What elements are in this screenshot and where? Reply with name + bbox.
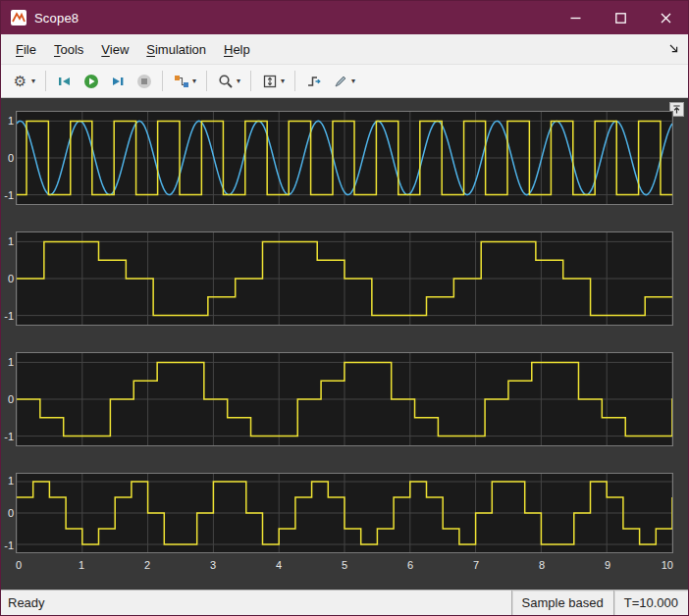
plot-svg-3 <box>17 353 672 445</box>
dropdown-caret-icon: ▾ <box>281 77 285 85</box>
y-tick-label: -1 <box>4 190 14 201</box>
close-button[interactable] <box>643 1 688 34</box>
y-tick-label: 0 <box>8 153 14 164</box>
y-tick-label: -1 <box>4 539 14 550</box>
menu-item-file[interactable]: File <box>7 37 45 62</box>
y-tick-label: 1 <box>8 356 14 367</box>
stepback-icon <box>56 73 73 89</box>
measure-icon <box>332 73 348 89</box>
fit-view-button[interactable]: ▾ <box>257 69 289 94</box>
sample-mode-cell: Sample based <box>511 590 613 615</box>
toolbar-separator <box>45 71 46 91</box>
window-title: Scope8 <box>34 11 79 26</box>
toolbar-separator <box>294 71 295 91</box>
scope-window: Scope8 FileToolsViewSimulationHelp ⚙▾▾▾▾… <box>0 0 689 616</box>
toolbar-separator <box>162 71 163 91</box>
dropdown-caret-icon: ▾ <box>31 77 35 85</box>
gear-icon: ⚙ <box>12 73 28 89</box>
y-axis-labels-2: 10-1 <box>1 231 16 326</box>
titlebar[interactable]: Scope8 <box>1 1 688 34</box>
y-tick-label: 0 <box>8 394 14 405</box>
menu-item-simulation[interactable]: Simulation <box>137 37 215 62</box>
stop-button[interactable] <box>132 69 156 94</box>
window-controls <box>553 1 688 34</box>
plot-area-3[interactable] <box>16 352 673 446</box>
step-back-button[interactable] <box>52 69 77 94</box>
trigger-button[interactable] <box>301 69 326 94</box>
y-tick-label: 1 <box>8 476 14 487</box>
y-tick-label: -1 <box>4 311 14 322</box>
toolbar: ⚙▾▾▾▾▾ <box>1 64 688 98</box>
y-tick-label: 0 <box>8 508 14 519</box>
menu-item-help[interactable]: Help <box>215 37 259 62</box>
y-axis-labels-4: 10-1 <box>1 473 16 553</box>
menubar-items: FileToolsViewSimulationHelp <box>7 37 259 62</box>
x-tick-label: 3 <box>210 560 216 571</box>
menubar-collapse-icon[interactable] <box>668 42 679 57</box>
x-tick-label: 0 <box>16 560 22 571</box>
plot-svg-1 <box>17 112 672 204</box>
maximize-icon <box>615 13 626 24</box>
menu-item-view[interactable]: View <box>92 37 137 62</box>
status-cells: Sample based T=10.000 <box>511 590 688 615</box>
statusbar: Ready Sample based T=10.000 <box>1 590 688 615</box>
x-tick-label: 10 <box>662 560 673 571</box>
dropdown-caret-icon: ▾ <box>237 77 240 85</box>
stop-icon <box>135 73 152 89</box>
y-axis-labels-1: 10-1 <box>1 111 16 205</box>
x-tick-label: 2 <box>144 560 150 571</box>
plot-area-1[interactable] <box>16 111 673 205</box>
x-tick-label: 8 <box>539 560 545 571</box>
menu-item-tools[interactable]: Tools <box>45 37 92 62</box>
step-forward-button[interactable] <box>105 69 130 94</box>
zoom-icon <box>217 73 234 89</box>
x-axis-labels: 012345678910 <box>16 558 673 574</box>
menubar: FileToolsViewSimulationHelp <box>1 34 688 64</box>
dropdown-caret-icon: ▾ <box>192 77 196 85</box>
plot-svg-2 <box>17 232 672 325</box>
maximize-button[interactable] <box>598 1 643 34</box>
run-icon <box>82 73 99 89</box>
plot-area-4[interactable] <box>16 473 673 553</box>
highlight-block-button[interactable]: ▾ <box>169 69 200 94</box>
sim-time-cell: T=10.000 <box>613 590 688 615</box>
settings-button[interactable]: ⚙▾ <box>8 69 39 94</box>
y-tick-label: 0 <box>8 274 14 284</box>
plot-row-1: 10-1 <box>1 111 688 205</box>
y-tick-label: 1 <box>8 235 14 246</box>
x-tick-label: 7 <box>473 560 479 571</box>
x-tick-label: 5 <box>342 560 347 571</box>
plot-row-4: 10-1 <box>1 473 688 553</box>
minimize-icon <box>570 13 581 24</box>
dropdown-caret-icon: ▾ <box>351 77 355 85</box>
run-button[interactable] <box>79 69 103 94</box>
plot-svg-4 <box>17 474 672 552</box>
plot-area-2[interactable] <box>16 231 673 326</box>
zoom-button[interactable]: ▾ <box>213 69 244 94</box>
x-tick-label: 9 <box>605 560 610 571</box>
minimize-button[interactable] <box>553 1 598 34</box>
x-tick-label: 4 <box>276 560 282 571</box>
x-tick-label: 6 <box>407 560 413 571</box>
blocks-icon <box>173 73 189 89</box>
fit-icon <box>261 73 278 89</box>
measurements-button[interactable]: ▾ <box>328 69 359 94</box>
scope-canvas: 10-1 10-1 10-1 10-1 012345678910 <box>1 98 688 590</box>
close-icon <box>661 13 671 24</box>
app-icon <box>11 10 26 26</box>
status-text: Ready <box>1 595 45 610</box>
toolbar-separator <box>206 71 207 91</box>
toolbar-separator <box>250 71 251 91</box>
y-tick-label: -1 <box>4 432 14 442</box>
plot-row-3: 10-1 <box>1 352 688 446</box>
x-tick-label: 1 <box>79 560 84 571</box>
plot-row-2: 10-1 <box>1 231 688 326</box>
y-tick-label: 1 <box>8 115 14 126</box>
trigger-icon <box>305 73 322 89</box>
stepfwd-icon <box>109 73 126 89</box>
y-axis-labels-3: 10-1 <box>1 352 16 446</box>
